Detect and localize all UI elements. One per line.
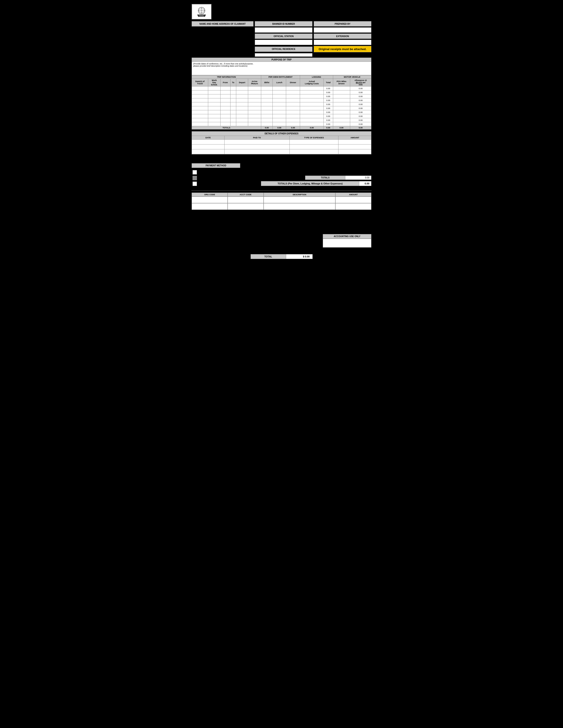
row-3-col-8: [286, 98, 300, 102]
row-4-col-9: [300, 102, 324, 106]
row-5-col-0: [192, 106, 208, 110]
row-7-col-8: [286, 114, 300, 118]
row-8-col-9: [300, 118, 324, 122]
row-8-col-2: [220, 118, 230, 122]
trip-row-4: 0.000.00: [192, 102, 371, 106]
row-4-col-11: [333, 102, 350, 106]
header-row-2: OFFICIAL STATION EXTENSION: [192, 34, 371, 39]
row-5-col-4: [236, 106, 248, 110]
row-allowance-3: 0.00: [350, 98, 371, 102]
description-data2: [263, 203, 336, 210]
row-8-col-4: [236, 118, 248, 122]
row-1-col-2: [220, 90, 230, 94]
row-3-col-1: [208, 98, 220, 102]
totals-allowance: 0.00: [350, 126, 371, 129]
row-8-col-1: [208, 118, 220, 122]
row-6-col-3: [230, 110, 236, 114]
trip-row-9: 0.000.00: [192, 122, 371, 126]
row-4-col-8: [286, 102, 300, 106]
row-9-col-9: [300, 122, 324, 126]
row-5-col-5: [248, 106, 261, 110]
row-7-col-3: [230, 114, 236, 118]
other-col-date: DATE: [192, 136, 224, 140]
row-9-col-0: [192, 122, 208, 126]
row-4-col-6: [261, 102, 273, 106]
row-total-2: 0.00: [324, 94, 333, 98]
other-col-type: TYPE OF EXPENSES: [290, 136, 339, 140]
row-3-col-5: [248, 98, 261, 102]
row-4-col-2: [220, 102, 230, 106]
acct-code-header: ACCT CODE: [227, 193, 263, 197]
row-total-0: 0.00: [324, 86, 333, 90]
row-9-col-6: [261, 122, 273, 126]
row-total-4: 0.00: [324, 102, 333, 106]
row-2-col-7: [273, 94, 286, 98]
trip-row-6: 0.000.00: [192, 110, 371, 114]
row-0-col-5: [248, 86, 261, 90]
row-7-col-9: [300, 114, 324, 118]
other-row2-date: [192, 144, 224, 149]
row-7-col-0: [192, 114, 208, 118]
row-1-col-11: [333, 90, 350, 94]
row-0-col-1: [208, 86, 220, 90]
col-total: Total: [324, 79, 333, 86]
col-dates: Date(s) ofTravel: [192, 79, 208, 86]
checkbox-2: [192, 176, 197, 180]
totals-dinner: 0.00: [286, 126, 300, 129]
row-3-col-4: [236, 98, 248, 102]
amount-data: [336, 197, 371, 203]
payment-section: PAYMENT METHOD: [192, 163, 240, 186]
other-row2-amount: [339, 144, 371, 149]
row-allowance-9: 0.00: [350, 122, 371, 126]
row-0-col-7: [273, 86, 286, 90]
row-6-col-4: [236, 110, 248, 114]
trip-row-2: 0.000.00: [192, 94, 371, 98]
accounting-use-only: ACCOUNTING USE ONLY: [323, 234, 371, 239]
row-8-col-7: [273, 118, 286, 122]
row-5-col-1: [208, 106, 220, 110]
row-2-col-8: [286, 94, 300, 98]
row-6-col-1: [208, 110, 220, 114]
per-diem-header: PER DIEM ENTITLEMENT: [261, 75, 300, 79]
row-allowance-5: 0.00: [350, 106, 371, 110]
totals-label: TOTALS: [192, 126, 261, 129]
row-4-col-0: [192, 102, 208, 106]
row-allowance-7: 0.00: [350, 114, 371, 118]
col-allowance: Allowance @$0.575 permile: [350, 79, 371, 86]
row-2-col-6: [261, 94, 273, 98]
row-6-col-11: [333, 110, 350, 114]
row-2-col-0: [192, 94, 208, 98]
section-divider: [192, 190, 371, 191]
row-allowance-4: 0.00: [350, 102, 371, 106]
row-0-col-8: [286, 86, 300, 90]
row-2-col-3: [230, 94, 236, 98]
row-2-col-11: [333, 94, 350, 98]
payment-option-3: [192, 182, 240, 186]
other-row3-amount: [339, 149, 371, 154]
row-6-col-0: [192, 110, 208, 114]
col-lunch: Lunch: [273, 79, 286, 86]
other-row1-type: [290, 140, 339, 144]
other-expenses-header: DETAILS OF OTHER EXPENSES: [192, 131, 371, 136]
row-9-col-4: [236, 122, 248, 126]
row-4-col-5: [248, 102, 261, 106]
row-allowance-0: 0.00: [350, 86, 371, 90]
row-7-col-5: [248, 114, 261, 118]
row-allowance-1: 0.00: [350, 90, 371, 94]
row-1-col-9: [300, 90, 324, 94]
rate-value: $0.575: [356, 81, 362, 84]
col-work-day: WorkDaySched.: [208, 79, 220, 86]
trip-row-8: 0.000.00: [192, 118, 371, 122]
row-3-col-6: [261, 98, 273, 102]
row-3-col-9: [300, 98, 324, 102]
row-9-col-11: [333, 122, 350, 126]
col-actual-lodging: ActualLodging Costs: [300, 79, 324, 86]
amount-header: AMOUNT: [336, 193, 371, 197]
row-7-col-4: [236, 114, 248, 118]
row-7-col-2: [220, 114, 230, 118]
header-input-row-1: [192, 27, 371, 33]
col-depart: Depart: [236, 79, 248, 86]
row-8-col-6: [261, 118, 273, 122]
row-0-col-2: [220, 86, 230, 90]
purpose-body-text: (Provide dates of conference, etc.; if m…: [193, 63, 255, 67]
